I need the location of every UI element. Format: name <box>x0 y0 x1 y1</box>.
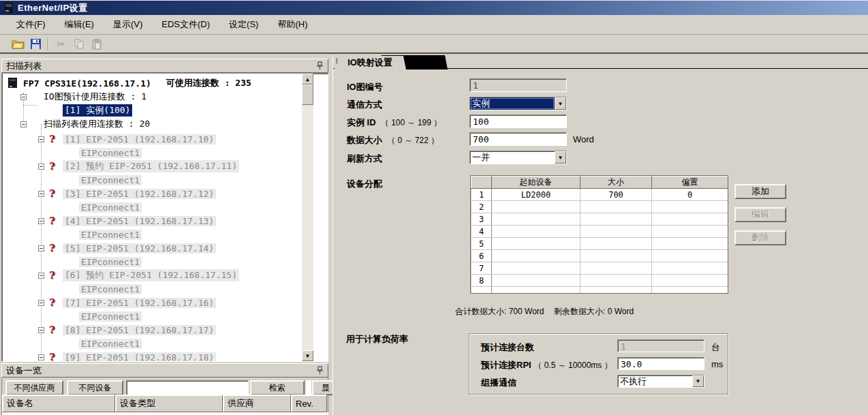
paste-button[interactable] <box>89 37 105 52</box>
tree-node-connection[interactable]: [7] EIP-2051 (192.168.17.16) <box>63 296 216 309</box>
tree-node-eipconnect[interactable]: EIPconnect1 <box>79 228 142 241</box>
tree-node-root[interactable]: FP7 CPS31E(192.168.17.1) 可使用连接数 : 235 <box>8 76 251 90</box>
multicast-select[interactable]: 不执行 ▼ <box>617 375 704 388</box>
edit-button[interactable]: 编辑 <box>734 207 786 222</box>
tree-node-eipconnect[interactable]: EIPconnect1 <box>79 173 142 187</box>
alloc-cell[interactable]: 5 <box>471 238 492 250</box>
alloc-cell[interactable] <box>492 226 580 238</box>
search-button[interactable]: 检索 <box>250 380 305 395</box>
alloc-cell[interactable] <box>580 238 652 250</box>
menu-item-0[interactable]: 文件(F) <box>10 16 52 33</box>
tree-node-eipconnect[interactable]: EIPconnect1 <box>79 309 142 323</box>
alloc-cell[interactable] <box>580 201 652 213</box>
scroll-down-button[interactable]: ▼ <box>302 350 313 361</box>
collapse-toggle[interactable]: − <box>38 245 44 251</box>
refresh-method-select[interactable]: 一并 ▼ <box>469 151 567 164</box>
alloc-cell[interactable]: 2 <box>471 201 492 213</box>
collapse-toggle[interactable]: − <box>20 121 27 127</box>
alloc-cell[interactable] <box>652 201 728 213</box>
tree-node-connection[interactable]: [9] EIP-2051 (192.168.17.18) <box>63 350 216 361</box>
alloc-cell[interactable] <box>652 287 728 294</box>
tree-node-eipconnect[interactable]: EIPconnect1 <box>79 282 142 296</box>
open-file-button[interactable] <box>10 37 26 52</box>
alloc-row[interactable]: 3 <box>471 213 728 226</box>
collapse-toggle[interactable]: − <box>38 327 44 333</box>
save-button[interactable] <box>27 37 44 52</box>
alloc-cell[interactable] <box>492 262 580 275</box>
menu-item-2[interactable]: 显示(V) <box>106 16 149 33</box>
collapse-toggle[interactable]: − <box>38 191 44 197</box>
menu-item-4[interactable]: 设定(S) <box>222 16 265 33</box>
alloc-row[interactable]: 2 <box>471 201 728 213</box>
expected-rpi-field[interactable]: 30.0 <box>617 357 704 370</box>
tree-node-eipconnect[interactable]: EIPconnect1 <box>79 146 142 159</box>
pin-icon[interactable] <box>316 61 324 70</box>
alloc-cell[interactable] <box>580 262 652 275</box>
tree-node-instance-selected[interactable]: [1] 实例(100) <box>63 104 132 117</box>
tree-node-connection[interactable]: [2] 预约 EIP-2051 (192.168.17.11) <box>63 159 239 173</box>
tree-node-connection[interactable]: [4] EIP-2051 (192.168.17.13) <box>63 214 216 228</box>
collapse-toggle[interactable]: − <box>38 136 44 142</box>
device-filter-button[interactable]: 不同设备 <box>67 380 123 395</box>
chevron-down-icon[interactable]: ▼ <box>555 151 566 164</box>
tree-node-io-branch[interactable]: IO图预计使用连接数 : 1 <box>44 90 146 104</box>
vendor-filter-button[interactable]: 不同供应商 <box>5 380 63 395</box>
pin-icon[interactable] <box>316 366 324 375</box>
tree-node-connection[interactable]: [8] EIP-2051 (192.168.17.17) <box>63 323 216 337</box>
alloc-cell[interactable] <box>652 275 728 287</box>
tree-node-eipconnect[interactable]: EIPconnect1 <box>79 337 142 350</box>
alloc-cell[interactable] <box>492 213 580 226</box>
alloc-cell[interactable] <box>492 287 580 294</box>
tree-node-eipconnect[interactable]: EIPconnect1 <box>79 255 142 268</box>
alloc-cell[interactable] <box>492 238 580 250</box>
alloc-cell[interactable]: 4 <box>471 226 492 238</box>
collapse-toggle[interactable]: − <box>20 94 27 100</box>
tree-node-connection[interactable]: [3] EIP-2051 (192.168.17.12) <box>63 187 216 200</box>
alloc-cell[interactable]: 3 <box>471 213 492 226</box>
device-col-header-2[interactable]: 供应商 <box>223 395 291 412</box>
chevron-down-icon[interactable]: ▼ <box>692 375 704 387</box>
title-bar[interactable]: EtherNet/IP设置 <box>0 0 868 15</box>
comm-method-select[interactable]: 实例 ▼ <box>469 97 567 110</box>
tree-node-eipconnect[interactable]: EIPconnect1 <box>79 200 142 214</box>
alloc-row[interactable]: 5 <box>471 238 728 250</box>
tree-node-connection[interactable]: [5] EIP-2051 (192.168.17.14) <box>63 241 216 255</box>
copy-button[interactable] <box>71 37 87 52</box>
alloc-cell[interactable] <box>580 250 652 262</box>
alloc-cell[interactable] <box>580 287 652 294</box>
alloc-cell[interactable] <box>652 213 728 226</box>
alloc-cell[interactable] <box>580 213 652 226</box>
collapse-toggle[interactable]: − <box>38 218 44 224</box>
collapse-toggle[interactable]: − <box>38 273 44 279</box>
alloc-cell[interactable] <box>652 238 728 250</box>
menu-item-5[interactable]: 帮助(H) <box>270 16 314 33</box>
tree-node-connection[interactable]: [1] EIP-2051 (192.168.17.10) <box>63 132 216 146</box>
alloc-row[interactable]: 1LD20007000 <box>471 189 728 201</box>
device-col-header-1[interactable]: 设备类型 <box>115 395 223 412</box>
data-size-field[interactable]: 700 <box>469 132 567 146</box>
device-col-header-0[interactable]: 设备名 <box>2 395 115 412</box>
alloc-row[interactable]: 8 <box>471 275 728 287</box>
device-search-input[interactable] <box>126 380 249 395</box>
cut-button[interactable]: ✂ <box>53 37 69 52</box>
alloc-cell[interactable]: LD2000 <box>492 189 580 201</box>
menu-item-3[interactable]: EDS文件(D) <box>155 16 217 33</box>
alloc-cell[interactable] <box>652 226 728 238</box>
instance-id-field[interactable]: 100 <box>469 114 567 128</box>
collapse-toggle[interactable]: − <box>38 300 44 306</box>
device-col-header-3[interactable]: Rev. <box>291 395 327 412</box>
alloc-cell[interactable] <box>492 275 580 287</box>
scroll-up-button[interactable]: ▲ <box>302 74 313 84</box>
alloc-cell[interactable] <box>652 262 728 275</box>
alloc-cell[interactable] <box>492 201 580 213</box>
scrollbar-thumb[interactable] <box>302 84 313 105</box>
alloc-row[interactable] <box>471 287 728 294</box>
add-button[interactable]: 添加 <box>734 184 786 199</box>
alloc-row[interactable]: 6 <box>471 250 728 262</box>
alloc-cell[interactable]: 7 <box>471 262 492 275</box>
alloc-row[interactable]: 7 <box>471 262 728 275</box>
menu-item-1[interactable]: 编辑(E) <box>58 16 101 33</box>
alloc-cell[interactable] <box>492 250 580 262</box>
collapse-toggle[interactable]: − <box>38 354 44 360</box>
alloc-cell[interactable] <box>471 287 492 294</box>
